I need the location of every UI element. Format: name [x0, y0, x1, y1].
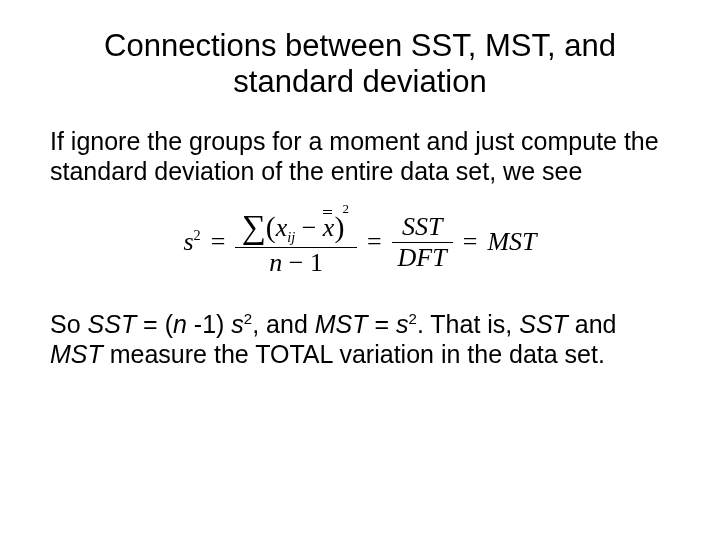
equals-1: = — [209, 227, 228, 257]
frac1-numerator: ∑(xij − x)2 — [235, 206, 356, 246]
lparen: ( — [266, 210, 276, 243]
lhs-exponent: 2 — [194, 227, 201, 243]
frac2-denominator: DFT — [392, 243, 453, 273]
lhs: s2 — [183, 227, 200, 257]
frac2-numerator: SST — [396, 212, 448, 242]
equals-3: = — [461, 227, 480, 257]
slide: Connections between SST, MST, and standa… — [0, 0, 720, 540]
paragraph-1: If ignore the groups for a moment and ju… — [50, 127, 670, 186]
paragraph-2: So SST = (n -1) s2, and MST = s2. That i… — [50, 310, 670, 369]
outer-exponent: 2 — [342, 201, 349, 216]
minus: − — [302, 213, 317, 242]
fraction-1: ∑(xij − x)2 n − 1 — [235, 206, 356, 277]
slide-title: Connections between SST, MST, and standa… — [50, 28, 670, 99]
sigma-icon: ∑ — [241, 208, 265, 245]
formula-block: s2 = ∑(xij − x)2 n − 1 = SST — [50, 206, 670, 277]
rhs-mst: MST — [487, 227, 536, 257]
equals-2: = — [365, 227, 384, 257]
frac1-denominator: n − 1 — [263, 248, 329, 278]
x-ij: xij — [276, 213, 296, 242]
variance-formula: s2 = ∑(xij − x)2 n − 1 = SST — [183, 206, 536, 277]
x-double-bar: x — [323, 215, 335, 241]
lhs-base: s — [183, 227, 193, 256]
fraction-2: SST DFT — [392, 212, 453, 273]
